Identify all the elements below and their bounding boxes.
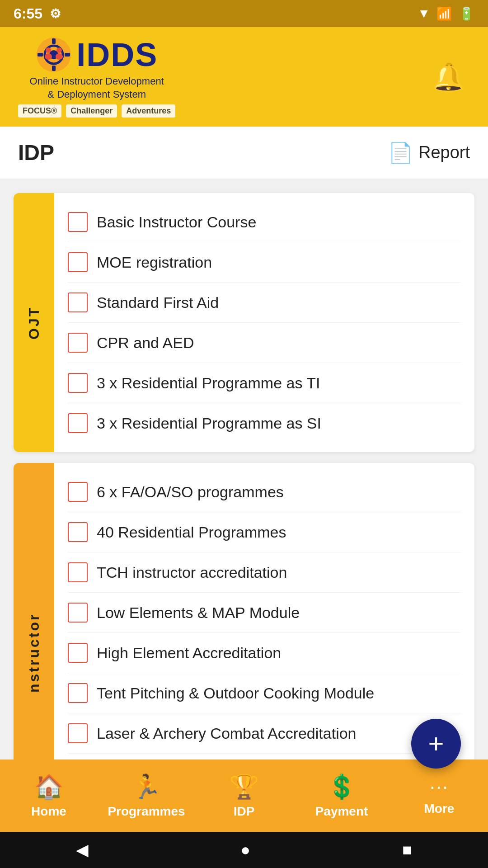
status-time: 6:55 — [14, 5, 42, 22]
android-nav-bar: ◀ ● ■ — [0, 832, 488, 868]
ojt-checkbox-0[interactable] — [68, 212, 88, 232]
ojt-checkbox-1[interactable] — [68, 252, 88, 272]
ojt-checklist: Basic Instructor Course MOE registration… — [54, 193, 474, 452]
instructor-checkbox-2[interactable] — [68, 562, 88, 582]
ojt-checklist-item: Standard First Aid — [68, 283, 461, 323]
ojt-checkbox-4[interactable] — [68, 373, 88, 393]
instructor-checklist-item: Low Elements & MAP Module — [68, 593, 461, 633]
instructor-checklist-item: TCH instructor accreditation — [68, 552, 461, 593]
ojt-checklist-item: CPR and AED — [68, 323, 461, 363]
notifications-button[interactable]: 🔔 — [427, 57, 470, 98]
ojt-item-label-0: Basic Instructor Course — [97, 213, 256, 231]
plus-icon: + — [428, 730, 444, 757]
instructor-checklist-item: Laser & Archery Combat Accreditation — [68, 713, 461, 754]
instructor-checkbox-3[interactable] — [68, 603, 88, 623]
page-title: IDP — [18, 140, 54, 165]
android-recent-button[interactable]: ■ — [402, 840, 412, 859]
more-icon: ··· — [430, 775, 449, 798]
add-fab-button[interactable]: + — [411, 719, 461, 769]
svg-rect-3 — [52, 38, 56, 44]
nav-more[interactable]: ··· More — [390, 771, 488, 821]
ojt-section-card: OJT Basic Instructor Course MOE registra… — [14, 193, 474, 452]
svg-rect-4 — [52, 66, 56, 71]
ojt-checkbox-2[interactable] — [68, 292, 88, 312]
home-icon: 🏠 — [34, 773, 64, 801]
nav-idp-label: IDP — [234, 804, 255, 819]
report-button[interactable]: 📄 Report — [388, 141, 470, 165]
ojt-item-label-1: MOE registration — [97, 254, 212, 271]
partner-focus: FOCUS® — [18, 104, 61, 118]
wifi-icon: ▼ — [418, 6, 430, 21]
nav-programmes-label: Programmes — [108, 804, 185, 819]
instructor-checkbox-0[interactable] — [68, 482, 88, 502]
ojt-checklist-item: Basic Instructor Course — [68, 202, 461, 242]
ojt-section-label: OJT — [14, 193, 54, 452]
instructor-checkbox-4[interactable] — [68, 643, 88, 663]
nav-payment-label: Payment — [315, 804, 368, 819]
ojt-item-label-3: CPR and AED — [97, 334, 194, 352]
idp-icon: 🏆 — [230, 773, 259, 801]
instructor-checklist-item: High Element Accreditation — [68, 633, 461, 673]
instructor-item-label-4: High Element Accreditation — [97, 644, 281, 662]
instructor-item-label-6: Laser & Archery Combat Accreditation — [97, 725, 357, 742]
report-label: Report — [418, 143, 470, 162]
svg-rect-6 — [65, 53, 70, 57]
bell-icon: 🔔 — [432, 62, 465, 92]
instructor-checkbox-5[interactable] — [68, 683, 88, 703]
bottom-navigation: 🏠 Home 🏃 Programmes 🏆 IDP 💲 Payment ··· … — [0, 760, 488, 832]
instructor-item-label-5: Tent Pitching & Outdoor Cooking Module — [97, 684, 374, 702]
instructor-checkbox-6[interactable] — [68, 723, 88, 743]
android-back-button[interactable]: ◀ — [76, 840, 89, 859]
logo-subtitle: Online Instructor Development & Deployme… — [30, 75, 164, 101]
ojt-checklist-item: 3 x Residential Programme as TI — [68, 363, 461, 403]
ojt-item-label-4: 3 x Residential Programme as TI — [97, 374, 320, 392]
ojt-checkbox-3[interactable] — [68, 333, 88, 353]
pdf-icon: 📄 — [388, 141, 413, 165]
programmes-icon: 🏃 — [132, 773, 161, 801]
gear-people-icon — [36, 37, 72, 73]
ojt-item-label-2: Standard First Aid — [97, 294, 219, 311]
svg-point-10 — [56, 53, 63, 60]
nav-home[interactable]: 🏠 Home — [0, 769, 98, 823]
partner-adventures: Adventures — [122, 104, 175, 118]
instructor-checklist-item: Tent Pitching & Outdoor Cooking Module — [68, 673, 461, 713]
ojt-checkbox-5[interactable] — [68, 413, 88, 433]
svg-point-9 — [56, 47, 62, 53]
ojt-checklist-item: 3 x Residential Programme as SI — [68, 403, 461, 443]
nav-programmes[interactable]: 🏃 Programmes — [98, 769, 195, 823]
partner-logos: FOCUS® Challenger Adventures — [18, 104, 175, 118]
instructor-item-label-2: TCH instructor accreditation — [97, 564, 287, 581]
payment-icon: 💲 — [327, 773, 357, 801]
nav-home-label: Home — [31, 804, 66, 819]
battery-icon: 🔋 — [459, 6, 474, 21]
page-title-bar: IDP 📄 Report — [0, 127, 488, 179]
app-logo: IDDS Online Instructor Development & Dep… — [18, 36, 175, 118]
svg-point-8 — [45, 53, 52, 60]
android-home-button[interactable]: ● — [240, 840, 250, 859]
signal-icon: 📶 — [436, 6, 452, 21]
instructor-checkbox-1[interactable] — [68, 522, 88, 542]
instructor-checklist-item: 40 Residential Programmes — [68, 512, 461, 552]
nav-more-label: More — [424, 802, 455, 816]
ojt-checklist-item: MOE registration — [68, 242, 461, 283]
logo-title: IDDS — [76, 36, 158, 73]
svg-point-7 — [46, 47, 51, 53]
svg-rect-5 — [38, 53, 43, 57]
status-bar: 6:55 ⚙ ▼ 📶 🔋 — [0, 0, 488, 27]
nav-payment[interactable]: 💲 Payment — [293, 769, 390, 823]
instructor-checklist-item: 6 x FA/OA/SO programmes — [68, 472, 461, 512]
partner-challenger: Challenger — [66, 104, 117, 118]
app-header: IDDS Online Instructor Development & Dep… — [0, 27, 488, 127]
instructor-item-label-0: 6 x FA/OA/SO programmes — [97, 483, 284, 501]
instructor-item-label-1: 40 Residential Programmes — [97, 524, 286, 541]
nav-idp[interactable]: 🏆 IDP — [195, 769, 293, 823]
instructor-item-label-3: Low Elements & MAP Module — [97, 604, 300, 622]
ojt-item-label-5: 3 x Residential Programme as SI — [97, 415, 321, 432]
settings-icon: ⚙ — [50, 6, 61, 21]
